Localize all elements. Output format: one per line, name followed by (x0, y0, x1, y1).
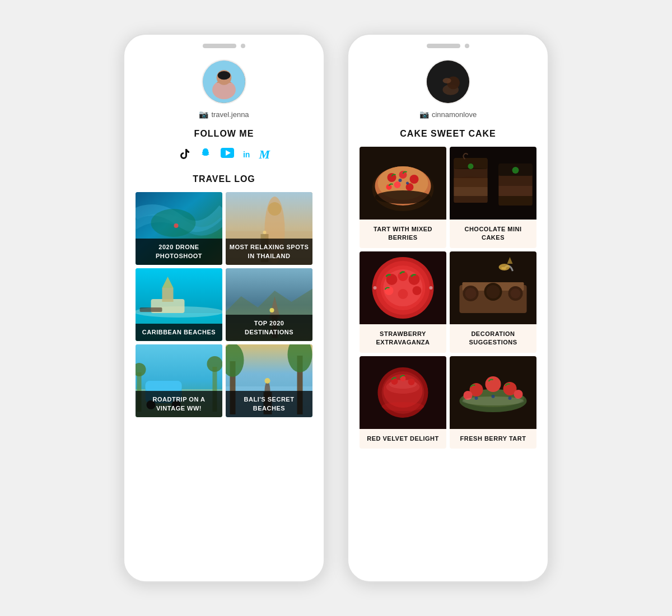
instagram-icon-1: 📷 (199, 110, 208, 119)
avatar-container-2 (426, 59, 470, 104)
svg-point-106 (408, 379, 415, 385)
avatar-container-1 (202, 59, 246, 104)
cake6-image (450, 356, 536, 429)
snapchat-icon[interactable] (199, 147, 212, 162)
destinations-caption: TOP 2020 DESTINATIONS (226, 315, 312, 341)
svg-rect-71 (499, 186, 533, 196)
post-decoration[interactable]: DECORATION SUGGESTIONS (450, 251, 536, 353)
phone-notch-2 (427, 44, 460, 48)
tart-caption: TART WITH MIXED BERRIES (360, 220, 446, 248)
svg-point-83 (398, 289, 408, 299)
instagram-icon-2: 📷 (419, 110, 429, 119)
svg-point-118 (492, 395, 495, 398)
youtube-icon[interactable] (221, 148, 234, 161)
social-icons-row: in M (178, 147, 270, 162)
cake5-image (360, 356, 446, 429)
svg-point-97 (499, 264, 510, 270)
svg-rect-72 (499, 196, 533, 206)
post-tart[interactable]: TART WITH MIXED BERRIES (360, 147, 446, 248)
svg-point-107 (382, 402, 424, 411)
svg-point-115 (514, 390, 523, 399)
phone-top-bar-1 (124, 35, 324, 54)
bali-caption: BALI'S SECRET BEACHES (226, 391, 312, 417)
svg-point-8 (174, 223, 179, 228)
username-row-2: 📷 cinnamonlove (419, 110, 477, 119)
strawberry-caption: STRAWBERRY EXTRAVAGANZA (360, 324, 446, 353)
svg-rect-65 (454, 187, 488, 196)
svg-point-59 (406, 182, 409, 185)
svg-rect-70 (499, 176, 533, 186)
svg-point-3 (218, 71, 231, 80)
post-thailand[interactable]: MOST RELAXING SPOTS IN THAILAND (226, 192, 312, 265)
post-roadtrip[interactable]: ROADTRIP ON A VINTAGE WW! (136, 344, 222, 417)
svg-point-54 (410, 175, 419, 184)
svg-point-60 (375, 190, 431, 204)
username-2: cinnamonlove (432, 110, 477, 119)
svg-rect-28 (146, 381, 182, 392)
tiktok-icon[interactable] (178, 147, 190, 162)
svg-point-14 (263, 231, 267, 234)
svg-rect-64 (454, 178, 488, 187)
chocmini-image (450, 147, 536, 220)
svg-point-58 (399, 179, 402, 182)
username-1: travel.jenna (211, 110, 249, 119)
svg-point-119 (508, 396, 512, 400)
decoration-image (450, 251, 536, 324)
svg-point-93 (487, 285, 500, 298)
svg-point-84 (413, 286, 422, 295)
avatar-1 (202, 59, 246, 104)
svg-point-12 (268, 202, 282, 216)
phone-dot-2 (465, 44, 469, 48)
cake6-caption: FRESH BERRY TART (450, 429, 536, 449)
travel-grid: 2020 DRONE PHOTOSHOOT (136, 192, 312, 417)
roadtrip-caption: ROADTRIP ON A VINTAGE WW! (136, 391, 222, 417)
phone-1: 📷 travel.jenna FOLLOW ME (123, 34, 325, 582)
svg-rect-66 (454, 196, 488, 203)
avatar-2 (426, 59, 470, 104)
svg-point-86 (430, 286, 433, 290)
decoration-caption: DECORATION SUGGESTIONS (450, 324, 536, 353)
post-bali[interactable]: BALI'S SECRET BEACHES (226, 344, 312, 417)
svg-point-43 (265, 378, 270, 384)
avatar-image-2 (427, 60, 469, 103)
svg-point-81 (409, 274, 420, 285)
travel-log-title: TRAVEL LOG (193, 174, 255, 184)
food-grid: TART WITH MIXED BERRIES (360, 147, 536, 449)
svg-point-24 (270, 308, 274, 312)
svg-point-55 (394, 181, 401, 188)
avatar-image-1 (203, 60, 245, 103)
thailand-caption: MOST RELAXING SPOTS IN THAILAND (226, 239, 312, 265)
tart-image (360, 147, 446, 220)
phone-2: 📷 cinnamonlove CAKE SWEET CAKE (347, 34, 549, 582)
phone-2-content: 📷 cinnamonlove CAKE SWEET CAKE (348, 54, 548, 460)
svg-rect-21 (140, 307, 162, 312)
cake5-caption: RED VELVET DELIGHT (360, 429, 446, 449)
svg-point-91 (465, 288, 477, 299)
medium-icon[interactable]: M (259, 147, 270, 162)
linkedin-icon[interactable]: in (243, 150, 250, 159)
post-cake5[interactable]: RED VELVET DELIGHT (360, 356, 446, 449)
phone-1-content: 📷 travel.jenna FOLLOW ME (124, 54, 324, 428)
svg-point-34 (207, 356, 223, 372)
post-destinations[interactable]: TOP 2020 DESTINATIONS (226, 268, 312, 341)
svg-point-47 (443, 78, 451, 83)
username-row-1: 📷 travel.jenna (199, 110, 249, 119)
post-chocmini[interactable]: CHOCOLATE MINI CAKES (450, 147, 536, 248)
drone-caption: 2020 DRONE PHOTOSHOOT (136, 239, 222, 265)
svg-point-67 (468, 164, 474, 169)
caribbean-caption: CARIBBEAN BEACHES (136, 324, 222, 341)
blog-title: CAKE SWEET CAKE (400, 129, 496, 139)
phone-top-bar-2 (348, 35, 548, 54)
svg-point-73 (512, 167, 519, 174)
phone-dot-1 (241, 44, 245, 48)
chocmini-caption: CHOCOLATE MINI CAKES (450, 220, 536, 248)
post-drone[interactable]: 2020 DRONE PHOTOSHOOT (136, 192, 222, 265)
svg-rect-19 (162, 288, 174, 302)
svg-point-85 (374, 286, 377, 290)
post-strawberry[interactable]: STRAWBERRY EXTRAVAGANZA (360, 251, 446, 353)
phone-notch-1 (203, 44, 236, 48)
post-caribbean[interactable]: CARIBBEAN BEACHES (136, 268, 222, 341)
svg-point-7 (151, 209, 196, 237)
svg-point-112 (486, 376, 501, 392)
post-cake6[interactable]: FRESH BERRY TART (450, 356, 536, 449)
